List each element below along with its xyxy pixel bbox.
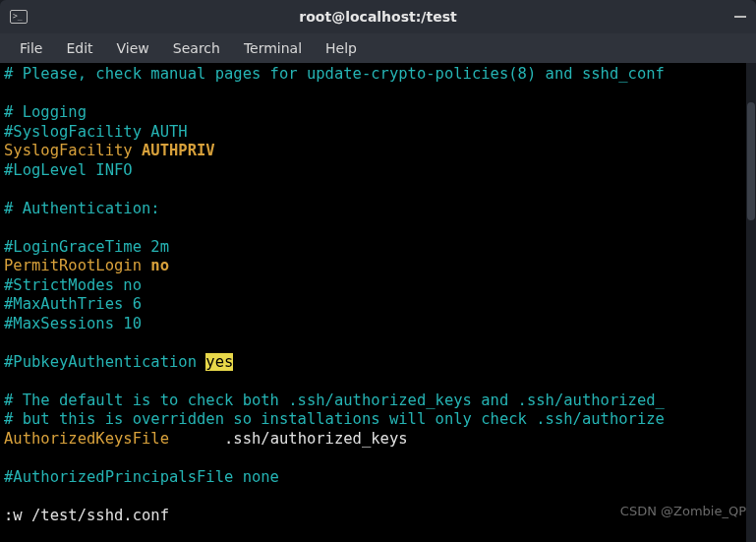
menu-help[interactable]: Help xyxy=(314,36,369,60)
terminal-line: #AuthorizedPrincipalsFile none xyxy=(4,468,752,488)
terminal-line: #MaxAuthTries 6 xyxy=(4,295,752,315)
terminal-line: #MaxSessions 10 xyxy=(4,315,752,334)
terminal-line: #PubkeyAuthentication yes xyxy=(4,353,752,373)
terminal-line xyxy=(4,218,752,238)
terminal-line xyxy=(4,180,752,200)
terminal-line: #LoginGraceTime 2m xyxy=(4,238,752,258)
text-segment xyxy=(4,218,13,236)
terminal-line: #SyslogFacility AUTH xyxy=(4,123,752,143)
terminal-line: # Logging xyxy=(4,103,752,123)
terminal-app-icon xyxy=(10,10,28,24)
titlebar[interactable]: root@localhost:/test xyxy=(0,0,756,33)
text-segment: #SyslogFacility AUTH xyxy=(4,123,188,141)
text-segment: #PubkeyAuthentication xyxy=(4,353,205,371)
text-segment: # but this is overridden so installation… xyxy=(4,410,665,428)
terminal-line: SyslogFacility AUTHPRIV xyxy=(4,142,752,161)
terminal-line: #StrictModes no xyxy=(4,276,752,296)
terminal-line: # but this is overridden so installation… xyxy=(4,410,752,430)
text-segment: #MaxAuthTries 6 xyxy=(4,295,142,313)
text-segment: AUTHPRIV xyxy=(142,142,215,159)
terminal-window: root@localhost:/test FileEditViewSearchT… xyxy=(0,0,756,542)
text-segment: #AuthorizedPrincipalsFile none xyxy=(4,468,279,486)
watermark: CSDN @Zombie_QP xyxy=(620,502,746,521)
vertical-scrollbar[interactable] xyxy=(746,63,756,542)
text-segment: .ssh/authorized_keys xyxy=(169,430,408,448)
terminal-line: AuthorizedKeysFile .ssh/authorized_keys xyxy=(4,430,752,450)
menu-view[interactable]: View xyxy=(105,36,161,60)
terminal-line: PermitRootLogin no xyxy=(4,257,752,276)
terminal-line: # Please, check manual pages for update-… xyxy=(4,65,752,85)
text-segment: no xyxy=(150,257,169,274)
text-segment xyxy=(4,372,13,390)
text-segment xyxy=(4,85,13,102)
text-segment: #MaxSessions 10 xyxy=(4,315,142,332)
text-segment xyxy=(4,333,13,351)
terminal-viewport[interactable]: # Please, check manual pages for update-… xyxy=(0,63,756,542)
text-segment xyxy=(4,180,13,198)
text-segment: # Logging xyxy=(4,103,87,121)
terminal-line xyxy=(4,333,752,353)
text-segment: #LoginGraceTime 2m xyxy=(4,238,169,256)
terminal-line: # Authentication: xyxy=(4,200,752,219)
menu-edit[interactable]: Edit xyxy=(54,36,104,60)
menu-terminal[interactable]: Terminal xyxy=(232,36,314,60)
menu-search[interactable]: Search xyxy=(161,36,232,60)
text-segment xyxy=(4,487,13,505)
minimize-button[interactable] xyxy=(734,16,746,18)
window-title: root@localhost:/test xyxy=(0,9,756,25)
text-segment: # Authentication: xyxy=(4,200,160,217)
text-segment: SyslogFacility xyxy=(4,142,142,159)
text-segment: #StrictModes no xyxy=(4,276,142,294)
text-segment: yes xyxy=(205,353,233,371)
terminal-line: # The default is to check both .ssh/auth… xyxy=(4,391,752,411)
scrollbar-thumb[interactable] xyxy=(747,102,755,220)
text-segment: # The default is to check both .ssh/auth… xyxy=(4,391,665,409)
menu-file[interactable]: File xyxy=(8,36,54,60)
menubar: FileEditViewSearchTerminalHelp xyxy=(0,33,756,63)
terminal-line: #LogLevel INFO xyxy=(4,161,752,181)
text-segment: #LogLevel INFO xyxy=(4,161,133,179)
text-segment: PermitRootLogin xyxy=(4,257,150,274)
text-segment xyxy=(4,449,13,466)
terminal-line xyxy=(4,85,752,104)
terminal-line xyxy=(4,372,752,391)
terminal-line xyxy=(4,449,752,468)
text-segment: AuthorizedKeysFile xyxy=(4,430,169,448)
text-segment: # Please, check manual pages for update-… xyxy=(4,65,665,83)
text-segment: :w /test/sshd.conf xyxy=(4,507,169,524)
